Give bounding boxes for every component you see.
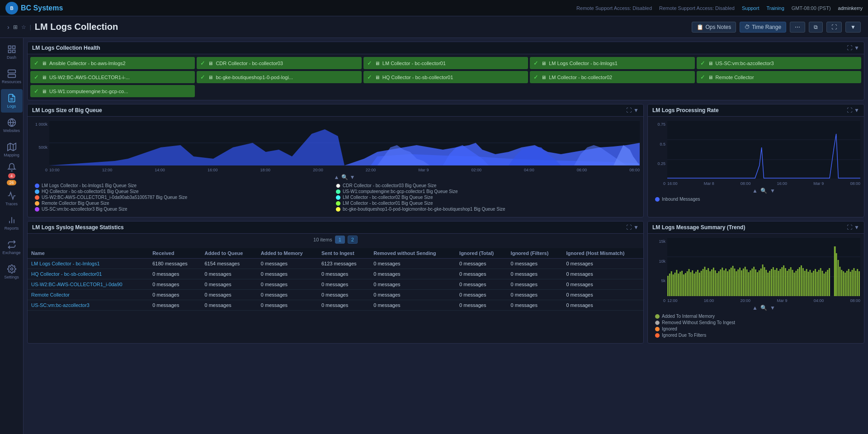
summary-chevron-up[interactable]: ▲	[752, 305, 758, 311]
health-item-6[interactable]: ✓🖥bc-gke-boutiqueshop1-0-pod-logi...	[197, 71, 361, 83]
sidebar-settings-label: Settings	[4, 275, 19, 279]
health-label-5: US-W2:BC-AWS-COLLECTOR1-i-...	[49, 75, 130, 80]
svg-rect-106	[783, 265, 784, 296]
cell-value: 0 messages	[257, 290, 318, 300]
expand-table-icon[interactable]: ⛶	[626, 224, 632, 231]
collapse-summary-icon[interactable]: ▼	[854, 224, 859, 231]
row-name-link[interactable]: Remote Collector	[31, 292, 70, 297]
svg-rect-115	[799, 267, 800, 296]
proc-x-tick-3: 16:00	[777, 181, 788, 186]
star-icon[interactable]: ☆	[21, 24, 26, 30]
table-row: HQ Collector - bc-sb-collector010 messag…	[28, 269, 643, 279]
health-item-9[interactable]: ✓🖥Remote Collector	[697, 71, 861, 83]
col-ignored-filters: Ignored (Filters)	[507, 248, 563, 259]
page-1-btn[interactable]: 1	[335, 236, 345, 244]
cell-name[interactable]: US-W2:BC-AWS-COLLECTOR1_i-0da90	[28, 279, 149, 290]
time-range-button[interactable]: ⏱ Time Range	[740, 22, 786, 33]
summary-chevron-down[interactable]: ▼	[770, 305, 775, 311]
chart-zoom-icon[interactable]: 🔍	[341, 174, 348, 180]
syslog-tbody: LM Logs Collector - bc-lmlogs16180 messa…	[28, 259, 643, 311]
proc-chevron-down[interactable]: ▼	[770, 188, 775, 194]
health-item-7[interactable]: ✓🖥HQ Collector - bc-sb-collector01	[363, 71, 528, 83]
cell-name[interactable]: HQ Collector - bc-sb-collector01	[28, 269, 149, 279]
proc-legend-item: Inbound Messages	[655, 197, 857, 202]
sidebar-item-reports[interactable]: Reports	[1, 211, 23, 235]
summary-y-tick-1: 5k	[651, 278, 665, 283]
cell-value: 0 messages	[507, 300, 563, 311]
health-item-5[interactable]: ✓🖥US-W2:BC-AWS-COLLECTOR1-i-...	[30, 71, 195, 83]
charts-row: LM Logs Size of Big Queue ⛶ ▼ 1 000k 500…	[27, 104, 864, 217]
cell-name[interactable]: US-SC:vm:bc-azcollector3	[28, 300, 149, 311]
bottom-row: LM Logs Syslog Message Statistics ⛶ ▼ 10…	[27, 221, 864, 344]
sidebar-item-alerts[interactable]: 4 26	[1, 162, 23, 186]
expand-size-icon[interactable]: ⛶	[626, 107, 632, 113]
y-axis: 1 000k 500k 0	[31, 120, 49, 181]
row-name-link[interactable]: LM Logs Collector - bc-lmlogs1	[31, 261, 100, 266]
syslog-table: Name Received Added to Queue Added to Me…	[28, 248, 643, 311]
sidebar-item-exchange[interactable]: Exchange	[1, 236, 23, 259]
expand-proc-icon[interactable]: ⛶	[847, 107, 852, 113]
fullscreen-button[interactable]: ⛶	[826, 22, 842, 33]
copy-button[interactable]: ⧉	[809, 22, 823, 33]
sidebar-item-mapping[interactable]: Mapping	[1, 138, 23, 161]
svg-rect-123	[813, 271, 814, 296]
svg-rect-72	[723, 270, 725, 296]
svg-rect-98	[769, 271, 770, 296]
sidebar-item-websites[interactable]: Websites	[1, 113, 23, 137]
svg-rect-128	[822, 271, 823, 296]
summary-zoom-icon[interactable]: 🔍	[760, 305, 767, 311]
chart-chevron-up[interactable]: ▲	[334, 174, 340, 180]
more-options-button[interactable]: ⋯	[790, 22, 805, 33]
support-link[interactable]: Support	[742, 5, 760, 11]
collapse-table-icon[interactable]: ▼	[633, 224, 639, 231]
proc-y-tick-1: 0.25	[651, 161, 665, 166]
cell-name[interactable]: LM Logs Collector - bc-lmlogs1	[28, 259, 149, 269]
legend-label-4: US-SC:vm:bc-azcollector3 Big Queue Size	[42, 207, 127, 212]
health-item-10[interactable]: ✓🖥US-W1:computeengine:bc-gcp-co...	[30, 85, 195, 97]
svg-rect-92	[759, 270, 760, 296]
sidebar-item-traces[interactable]: Traces	[1, 187, 23, 210]
training-link[interactable]: Training	[766, 5, 784, 11]
expand-summary-icon[interactable]: ⛶	[847, 224, 852, 231]
sidebar-item-logs[interactable]: Logs	[1, 89, 23, 113]
x-tick-6: 22:00	[366, 168, 376, 172]
health-item-1[interactable]: ✓🖥CDR Collector - bc-collector03	[197, 57, 361, 69]
health-item-3[interactable]: ✓🖥LM Logs Collector - bc-lmlogs1	[530, 57, 694, 69]
table-row: US-W2:BC-AWS-COLLECTOR1_i-0da900 message…	[28, 279, 643, 290]
x-tick-8: 02:00	[471, 168, 481, 172]
nav-back-icon[interactable]: ›	[7, 24, 9, 31]
svg-rect-70	[720, 269, 721, 296]
row-name-link[interactable]: US-SC:vm:bc-azcollector3	[31, 302, 90, 308]
proc-zoom-icon[interactable]: 🔍	[760, 188, 767, 194]
row-name-link[interactable]: HQ Collector - bc-sb-collector01	[31, 271, 102, 277]
cell-value: 6154 messages	[201, 259, 257, 269]
collapse-button[interactable]: ▼	[845, 22, 861, 33]
sidebar-item-resources[interactable]: Resources	[1, 65, 23, 88]
collapse-health-icon[interactable]: ▼	[854, 45, 859, 51]
health-item-2[interactable]: ✓🖥LM Collector - bc-collector01	[363, 57, 528, 69]
row-name-link[interactable]: US-W2:BC-AWS-COLLECTOR1_i-0da90	[31, 282, 123, 287]
legend-label-0: LM Logs Collector - bc-lmlogs1 Big Queue…	[42, 183, 137, 188]
proc-chevron-up[interactable]: ▲	[752, 188, 758, 194]
cell-value: 6180 messages	[149, 259, 201, 269]
sidebar-item-settings[interactable]: Settings	[1, 260, 23, 283]
col-added-memory: Added to Memory	[257, 248, 318, 259]
logo[interactable]: B BC Systems	[5, 2, 63, 14]
svg-rect-94	[762, 264, 764, 296]
health-item-4[interactable]: ✓🖥US-SC:vm:bc-azcollector3	[697, 57, 861, 69]
health-item-8[interactable]: ✓🖥LM Collector - bc-collector02	[530, 71, 694, 83]
sidebar-item-dash[interactable]: Dash	[1, 40, 23, 64]
collapse-size-icon[interactable]: ▼	[633, 107, 639, 113]
cell-value: 0 messages	[257, 300, 318, 311]
health-label-8: LM Collector - bc-collector02	[549, 75, 612, 80]
collapse-proc-icon[interactable]: ▼	[854, 107, 859, 113]
health-item-0[interactable]: ✓🖥Ansible Collector - bc-aws-lmlogs2	[30, 57, 195, 69]
user-menu[interactable]: adminkerry	[838, 5, 863, 11]
col-sent-ingest: Sent to Ingest	[318, 248, 370, 259]
page-2-btn[interactable]: 2	[348, 236, 358, 244]
ops-notes-button[interactable]: 📋 Ops Notes	[692, 22, 736, 33]
cell-name[interactable]: Remote Collector	[28, 290, 149, 300]
svg-point-18	[10, 268, 13, 270]
chart-chevron-down[interactable]: ▼	[350, 174, 355, 180]
expand-health-icon[interactable]: ⛶	[847, 45, 852, 51]
